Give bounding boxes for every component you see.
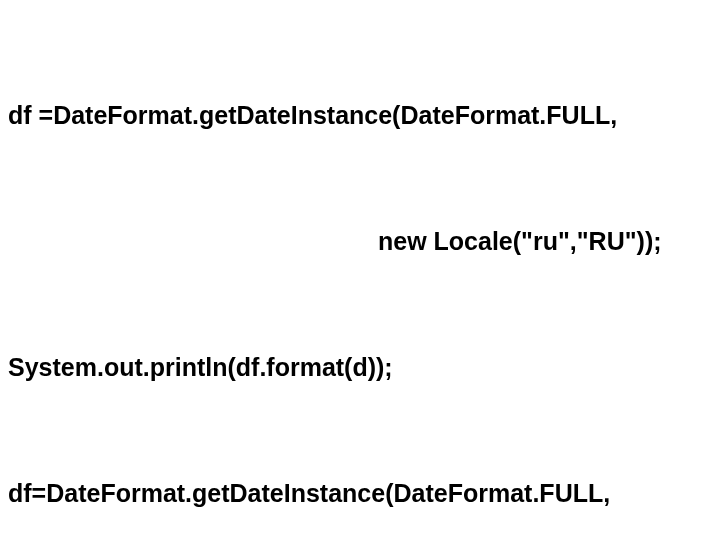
code-snippet: df =DateFormat.getDateInstance(DateForma… <box>8 10 712 540</box>
code-line: System.out.println(df.format(d)); <box>8 346 712 388</box>
code-line: df =DateFormat.getDateInstance(DateForma… <box>8 94 712 136</box>
code-line: df=DateFormat.getDateInstance(DateFormat… <box>8 472 712 514</box>
code-line: new Locale("ru","RU")); <box>8 220 712 262</box>
